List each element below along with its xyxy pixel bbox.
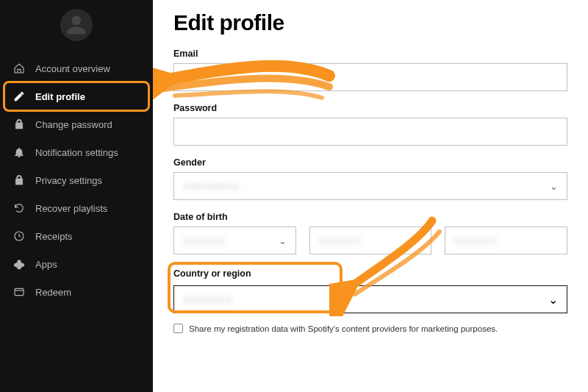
country-value: XXXXXXX	[183, 294, 233, 305]
sidebar-item-privacy-settings[interactable]: Privacy settings	[0, 166, 153, 194]
svg-rect-1	[15, 288, 24, 295]
sidebar-item-label: Edit profile	[35, 91, 85, 102]
sidebar-item-change-password[interactable]: Change password	[0, 110, 153, 138]
share-data-label: Share my registration data with Spotify'…	[189, 324, 498, 333]
dob-year-input[interactable]: XXXXXX	[445, 227, 567, 254]
chevron-down-icon: ⌄	[550, 181, 558, 192]
refresh-icon	[13, 202, 25, 214]
sidebar-item-recover-playlists[interactable]: Recover playlists	[0, 194, 153, 222]
sidebar-item-edit-profile[interactable]: Edit profile	[0, 82, 153, 110]
gender-select[interactable]: XXXXXXXX ⌄	[173, 172, 567, 200]
puzzle-icon	[13, 258, 25, 270]
dob-day-input[interactable]: XXXXXX	[309, 227, 432, 254]
avatar-wrap	[0, 0, 153, 54]
sidebar-item-label: Change password	[35, 119, 112, 130]
gender-label: Gender	[173, 157, 567, 168]
pencil-icon	[13, 90, 25, 102]
field-country: Country or region XXXXXXX ⌄	[173, 266, 567, 313]
gender-value: XXXXXXXX	[183, 181, 240, 192]
sidebar-item-label: Account overview	[35, 63, 110, 74]
dob-month-value: XXXXXX	[183, 235, 226, 246]
password-label: Password	[173, 103, 567, 113]
sidebar-item-receipts[interactable]: Receipts	[0, 222, 153, 250]
email-input[interactable]	[173, 63, 567, 91]
lock-icon	[13, 174, 25, 186]
sidebar-item-label: Receipts	[35, 231, 73, 242]
chevron-down-icon: ⌄	[548, 293, 558, 307]
main-content: Edit profile Email Password Gender XXXXX…	[153, 0, 588, 392]
sidebar-item-label: Notification settings	[35, 147, 118, 158]
sidebar-item-label: Privacy settings	[35, 175, 102, 186]
email-label: Email	[173, 49, 567, 59]
sidebar-item-apps[interactable]: Apps	[0, 250, 153, 278]
sidebar: Account overview Edit profile Change pas…	[0, 0, 153, 392]
dob-month-select[interactable]: XXXXXX ⌄	[173, 227, 296, 254]
dob-year-value: XXXXXX	[454, 235, 497, 246]
sidebar-item-account-overview[interactable]: Account overview	[0, 54, 153, 82]
avatar[interactable]	[60, 9, 93, 41]
field-email: Email	[173, 49, 567, 91]
user-icon	[65, 14, 87, 36]
sidebar-item-label: Recover playlists	[35, 203, 107, 214]
sidebar-item-label: Apps	[35, 259, 57, 270]
sidebar-nav: Account overview Edit profile Change pas…	[0, 54, 153, 306]
card-icon	[13, 286, 25, 298]
home-icon	[13, 63, 25, 74]
bell-icon	[13, 146, 25, 158]
field-dob: Date of birth XXXXXX ⌄ XXXXXX XXXXXX	[173, 212, 567, 254]
field-gender: Gender XXXXXXXX ⌄	[173, 157, 567, 200]
page-title: Edit profile	[173, 10, 567, 35]
country-label: Country or region	[173, 268, 251, 279]
sidebar-item-redeem[interactable]: Redeem	[0, 278, 153, 306]
sidebar-item-notification-settings[interactable]: Notification settings	[0, 138, 153, 166]
lock-icon	[13, 118, 25, 130]
chevron-down-icon: ⌄	[279, 235, 287, 246]
share-data-row: Share my registration data with Spotify'…	[173, 324, 567, 333]
field-password: Password	[173, 103, 567, 146]
country-select[interactable]: XXXXXXX ⌄	[173, 285, 567, 313]
share-data-checkbox[interactable]	[173, 324, 183, 333]
dob-label: Date of birth	[173, 212, 567, 222]
password-input[interactable]	[173, 118, 567, 146]
dob-day-value: XXXXXX	[319, 235, 362, 246]
clock-icon	[13, 230, 25, 242]
sidebar-item-label: Redeem	[35, 287, 71, 298]
